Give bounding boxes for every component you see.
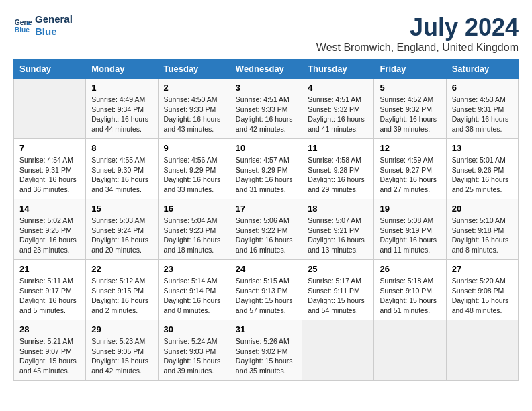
day-info: Sunrise: 4:57 AM Sunset: 9:29 PM Dayligh… — [236, 155, 296, 195]
day-info: Sunrise: 5:26 AM Sunset: 9:02 PM Dayligh… — [236, 336, 296, 376]
day-number: 30 — [164, 324, 224, 334]
day-info: Sunrise: 4:58 AM Sunset: 9:28 PM Dayligh… — [308, 155, 368, 195]
calendar-cell-w3-d1: 14Sunrise: 5:02 AM Sunset: 9:25 PM Dayli… — [14, 199, 86, 260]
day-info: Sunrise: 5:10 AM Sunset: 9:18 PM Dayligh… — [452, 216, 513, 255]
header-sunday: Sunday — [14, 60, 86, 79]
location-subtitle: West Bromwich, England, United Kingdom — [316, 42, 519, 54]
calendar-week-5: 28Sunrise: 5:21 AM Sunset: 9:07 PM Dayli… — [14, 320, 519, 381]
day-number: 20 — [452, 203, 513, 214]
day-number: 18 — [308, 203, 368, 214]
calendar-cell-w4-d2: 22Sunrise: 5:12 AM Sunset: 9:15 PM Dayli… — [86, 260, 158, 320]
day-info: Sunrise: 5:17 AM Sunset: 9:11 PM Dayligh… — [308, 276, 368, 316]
calendar-cell-w1-d4: 3Sunrise: 4:51 AM Sunset: 9:33 PM Daylig… — [230, 79, 302, 139]
calendar-cell-w2-d5: 11Sunrise: 4:58 AM Sunset: 9:28 PM Dayli… — [302, 139, 374, 199]
day-info: Sunrise: 5:08 AM Sunset: 9:19 PM Dayligh… — [380, 216, 440, 255]
title-section: July 2024 West Bromwich, England, United… — [316, 13, 519, 54]
logo: General Blue General Blue — [13, 13, 73, 38]
day-number: 28 — [19, 324, 80, 334]
day-number: 26 — [380, 264, 440, 274]
calendar-cell-w4-d6: 26Sunrise: 5:18 AM Sunset: 9:10 PM Dayli… — [374, 260, 446, 320]
calendar-cell-w5-d7 — [446, 320, 518, 381]
day-number: 31 — [236, 324, 296, 334]
calendar-cell-w3-d6: 19Sunrise: 5:08 AM Sunset: 9:19 PM Dayli… — [374, 199, 446, 260]
day-info: Sunrise: 5:07 AM Sunset: 9:21 PM Dayligh… — [308, 216, 368, 255]
day-info: Sunrise: 5:18 AM Sunset: 9:10 PM Dayligh… — [380, 276, 440, 316]
day-number: 10 — [236, 143, 296, 153]
calendar-cell-w3-d4: 17Sunrise: 5:06 AM Sunset: 9:22 PM Dayli… — [230, 199, 302, 260]
calendar-cell-w2-d3: 9Sunrise: 4:56 AM Sunset: 9:29 PM Daylig… — [158, 139, 230, 199]
calendar-cell-w2-d1: 7Sunrise: 4:54 AM Sunset: 9:31 PM Daylig… — [14, 139, 86, 199]
day-info: Sunrise: 4:51 AM Sunset: 9:33 PM Dayligh… — [236, 95, 296, 134]
day-number: 3 — [236, 83, 296, 93]
month-year-title: July 2024 — [316, 13, 519, 42]
day-info: Sunrise: 4:49 AM Sunset: 9:34 PM Dayligh… — [91, 95, 152, 134]
day-info: Sunrise: 5:23 AM Sunset: 9:05 PM Dayligh… — [91, 336, 152, 376]
calendar-cell-w4-d5: 25Sunrise: 5:17 AM Sunset: 9:11 PM Dayli… — [302, 260, 374, 320]
day-number: 15 — [91, 203, 152, 214]
day-info: Sunrise: 4:55 AM Sunset: 9:30 PM Dayligh… — [91, 155, 152, 195]
logo-icon: General Blue — [13, 16, 32, 35]
day-info: Sunrise: 4:53 AM Sunset: 9:31 PM Dayligh… — [452, 95, 513, 134]
day-number: 8 — [91, 143, 152, 153]
calendar-cell-w5-d2: 29Sunrise: 5:23 AM Sunset: 9:05 PM Dayli… — [86, 320, 158, 381]
day-info: Sunrise: 5:01 AM Sunset: 9:26 PM Dayligh… — [452, 155, 513, 195]
day-number: 23 — [164, 264, 224, 274]
day-number: 25 — [308, 264, 368, 274]
calendar-cell-w3-d2: 15Sunrise: 5:03 AM Sunset: 9:24 PM Dayli… — [86, 199, 158, 260]
day-number: 22 — [91, 264, 152, 274]
calendar-cell-w4-d7: 27Sunrise: 5:20 AM Sunset: 9:08 PM Dayli… — [446, 260, 518, 320]
calendar-cell-w2-d6: 12Sunrise: 4:59 AM Sunset: 9:27 PM Dayli… — [374, 139, 446, 199]
calendar-cell-w2-d2: 8Sunrise: 4:55 AM Sunset: 9:30 PM Daylig… — [86, 139, 158, 199]
day-info: Sunrise: 5:20 AM Sunset: 9:08 PM Dayligh… — [452, 276, 513, 316]
calendar-week-1: 1Sunrise: 4:49 AM Sunset: 9:34 PM Daylig… — [14, 79, 519, 139]
calendar-cell-w1-d7: 6Sunrise: 4:53 AM Sunset: 9:31 PM Daylig… — [446, 79, 518, 139]
calendar-cell-w3-d5: 18Sunrise: 5:07 AM Sunset: 9:21 PM Dayli… — [302, 199, 374, 260]
calendar-cell-w2-d7: 13Sunrise: 5:01 AM Sunset: 9:26 PM Dayli… — [446, 139, 518, 199]
svg-text:General: General — [15, 19, 32, 26]
header-saturday: Saturday — [446, 60, 518, 79]
day-info: Sunrise: 5:12 AM Sunset: 9:15 PM Dayligh… — [91, 276, 152, 316]
calendar-cell-w4-d4: 24Sunrise: 5:15 AM Sunset: 9:13 PM Dayli… — [230, 260, 302, 320]
calendar-header-row: Sunday Monday Tuesday Wednesday Thursday… — [14, 60, 519, 79]
calendar-cell-w1-d6: 5Sunrise: 4:52 AM Sunset: 9:32 PM Daylig… — [374, 79, 446, 139]
day-number: 6 — [452, 83, 513, 93]
logo-text-blue: Blue — [35, 26, 73, 38]
day-info: Sunrise: 4:51 AM Sunset: 9:32 PM Dayligh… — [308, 95, 368, 134]
calendar-cell-w1-d3: 2Sunrise: 4:50 AM Sunset: 9:33 PM Daylig… — [158, 79, 230, 139]
day-number: 29 — [91, 324, 152, 334]
calendar-table: Sunday Monday Tuesday Wednesday Thursday… — [13, 59, 519, 381]
day-info: Sunrise: 5:03 AM Sunset: 9:24 PM Dayligh… — [91, 216, 152, 255]
day-info: Sunrise: 4:52 AM Sunset: 9:32 PM Dayligh… — [380, 95, 440, 134]
day-info: Sunrise: 5:04 AM Sunset: 9:23 PM Dayligh… — [164, 216, 224, 255]
day-number: 24 — [236, 264, 296, 274]
calendar-cell-w4-d1: 21Sunrise: 5:11 AM Sunset: 9:17 PM Dayli… — [14, 260, 86, 320]
calendar-week-2: 7Sunrise: 4:54 AM Sunset: 9:31 PM Daylig… — [14, 139, 519, 199]
day-number: 21 — [19, 264, 80, 274]
day-number: 5 — [380, 83, 440, 93]
day-number: 1 — [91, 83, 152, 93]
calendar-cell-w1-d1 — [14, 79, 86, 139]
day-number: 12 — [380, 143, 440, 153]
day-info: Sunrise: 4:56 AM Sunset: 9:29 PM Dayligh… — [164, 155, 224, 195]
calendar-cell-w5-d1: 28Sunrise: 5:21 AM Sunset: 9:07 PM Dayli… — [14, 320, 86, 381]
day-number: 13 — [452, 143, 513, 153]
calendar-cell-w5-d5 — [302, 320, 374, 381]
calendar-cell-w4-d3: 23Sunrise: 5:14 AM Sunset: 9:14 PM Dayli… — [158, 260, 230, 320]
calendar-week-3: 14Sunrise: 5:02 AM Sunset: 9:25 PM Dayli… — [14, 199, 519, 260]
day-info: Sunrise: 4:54 AM Sunset: 9:31 PM Dayligh… — [19, 155, 80, 195]
day-number: 14 — [19, 203, 80, 214]
calendar-cell-w1-d5: 4Sunrise: 4:51 AM Sunset: 9:32 PM Daylig… — [302, 79, 374, 139]
calendar-cell-w5-d3: 30Sunrise: 5:24 AM Sunset: 9:03 PM Dayli… — [158, 320, 230, 381]
day-info: Sunrise: 5:14 AM Sunset: 9:14 PM Dayligh… — [164, 276, 224, 316]
header-wednesday: Wednesday — [230, 60, 302, 79]
day-number: 9 — [164, 143, 224, 153]
svg-text:Blue: Blue — [15, 26, 30, 34]
calendar-week-4: 21Sunrise: 5:11 AM Sunset: 9:17 PM Dayli… — [14, 260, 519, 320]
day-number: 4 — [308, 83, 368, 93]
page-header: General Blue General Blue July 2024 West… — [13, 13, 519, 54]
day-info: Sunrise: 5:24 AM Sunset: 9:03 PM Dayligh… — [164, 336, 224, 376]
day-info: Sunrise: 4:59 AM Sunset: 9:27 PM Dayligh… — [380, 155, 440, 195]
day-number: 7 — [19, 143, 80, 153]
day-info: Sunrise: 5:15 AM Sunset: 9:13 PM Dayligh… — [236, 276, 296, 316]
calendar-cell-w5-d4: 31Sunrise: 5:26 AM Sunset: 9:02 PM Dayli… — [230, 320, 302, 381]
